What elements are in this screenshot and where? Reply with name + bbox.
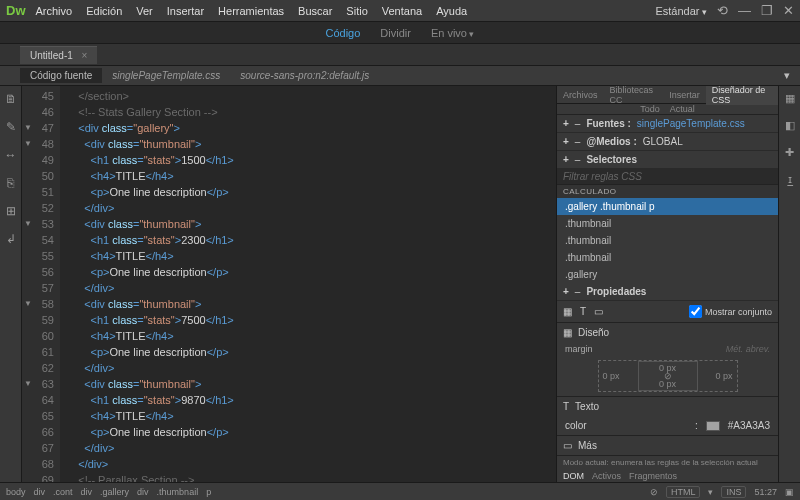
panel-icon[interactable]: ◧ [785, 119, 795, 132]
minus-icon[interactable]: – [575, 118, 581, 129]
dom-icon[interactable]: ⎘ [7, 176, 14, 190]
panel-tab[interactable]: Insertar [663, 90, 706, 100]
live-view-button[interactable]: En vivo [431, 27, 475, 39]
related-files-bar: Código fuente singlePageTemplate.css sou… [0, 66, 800, 86]
selector-item[interactable]: .gallery .thumbnail p [557, 198, 778, 215]
minus-icon[interactable]: – [575, 286, 581, 297]
breadcrumb-item[interactable]: .thumbnail [157, 487, 199, 497]
layout-icon: ▦ [563, 327, 572, 338]
margin-top-value[interactable]: 0 px [659, 363, 676, 373]
related-file-tab[interactable]: source-sans-pro:n2:default.js [230, 68, 379, 83]
file-icon[interactable]: 🗎 [5, 92, 17, 106]
breadcrumb-item[interactable]: div [81, 487, 93, 497]
margin-placeholder[interactable]: Mét. abrev. [726, 344, 770, 354]
subtab-current[interactable]: Actual [670, 104, 695, 114]
breadcrumb-item[interactable]: .gallery [100, 487, 129, 497]
filter-selectors-input[interactable]: Filtrar reglas CSS [557, 169, 778, 185]
dom-tab[interactable]: DOM [563, 471, 584, 481]
overflow-icon[interactable]: ▣ [785, 487, 794, 497]
box-model-widget[interactable]: 0 px 0 px 0 px 0 px ⊘ [598, 360, 738, 392]
menu-buscar[interactable]: Buscar [298, 5, 332, 17]
panel-tabs: ArchivosBibliotecas CCInsertarDiseñador … [557, 86, 778, 104]
source-code-tab[interactable]: Código fuente [20, 68, 102, 83]
more-icon: ▭ [563, 440, 572, 451]
margin-right-value[interactable]: 0 px [715, 371, 732, 381]
properties-header[interactable]: + – Propiedades [557, 283, 778, 301]
breadcrumb-item[interactable]: body [6, 487, 26, 497]
tab-close-icon[interactable]: × [82, 50, 88, 61]
breadcrumb-item[interactable]: div [137, 487, 149, 497]
menu-ver[interactable]: Ver [136, 5, 153, 17]
selector-item[interactable]: .thumbnail [557, 249, 778, 266]
border-category-icon[interactable]: ▭ [594, 306, 603, 317]
breadcrumb-item[interactable]: p [206, 487, 211, 497]
menu-insertar[interactable]: Insertar [167, 5, 204, 17]
margin-left-value[interactable]: 0 px [603, 371, 620, 381]
right-toolbar: ▦ ◧ ✚ ɪ̲ [778, 86, 800, 482]
split-view-button[interactable]: Dividir [380, 27, 411, 39]
assets-tab[interactable]: Activos [592, 471, 621, 481]
panel-icon[interactable]: ɪ̲ [788, 173, 792, 186]
snippets-tab[interactable]: Fragmentos [629, 471, 677, 481]
plus-icon[interactable]: + [563, 136, 569, 147]
menu-sitio[interactable]: Sitio [346, 5, 367, 17]
breadcrumb-item[interactable]: .cont [53, 487, 73, 497]
color-swatch[interactable] [706, 421, 720, 431]
insert-mode[interactable]: INS [721, 486, 746, 498]
menu-archivo[interactable]: Archivo [36, 5, 73, 17]
plus-icon[interactable]: + [563, 154, 569, 165]
plus-icon[interactable]: + [563, 118, 569, 129]
color-value[interactable]: #A3A3A3 [728, 420, 770, 431]
plus-icon[interactable]: + [563, 286, 569, 297]
panel-tab[interactable]: Diseñador de CSS [706, 85, 778, 105]
main-menu: ArchivoEdiciónVerInsertarHerramientasBus… [36, 5, 656, 17]
workspace-dropdown[interactable]: Estándar [655, 5, 707, 17]
menu-herramientas[interactable]: Herramientas [218, 5, 284, 17]
menu-ayuda[interactable]: Ayuda [436, 5, 467, 17]
margin-label: margin [565, 344, 593, 354]
show-set-checkbox[interactable]: Mostrar conjunto [689, 305, 772, 318]
minimize-icon[interactable]: — [738, 3, 751, 18]
comment-icon[interactable]: ⊞ [6, 204, 16, 218]
selectors-header[interactable]: + – Selectores [557, 151, 778, 169]
menu-edición[interactable]: Edición [86, 5, 122, 17]
css-designer-panel: ArchivosBibliotecas CCInsertarDiseñador … [556, 86, 778, 482]
selector-item[interactable]: .thumbnail [557, 232, 778, 249]
sync-icon[interactable]: ⟲ [717, 3, 728, 18]
tag-selector-breadcrumb: bodydiv.contdiv.gallerydiv.thumbnailp [6, 487, 211, 497]
code-editor[interactable]: 454647▼48▼4950515253▼5455565758▼59606162… [22, 86, 556, 482]
minus-icon[interactable]: – [575, 136, 581, 147]
chevron-down-icon[interactable]: ▾ [708, 487, 713, 497]
panel-tab[interactable]: Bibliotecas CC [604, 85, 664, 105]
layout-category-icon[interactable]: ▦ [563, 306, 572, 317]
document-tab[interactable]: Untitled-1 × [20, 46, 97, 64]
expand-icon[interactable]: ↔ [5, 148, 17, 162]
restore-icon[interactable]: ❐ [761, 3, 773, 18]
filter-icon[interactable]: ▾ [784, 69, 790, 82]
sources-row[interactable]: + – Fuentes : singlePageTemplate.css [557, 115, 778, 133]
text-heading: TTexto [557, 396, 778, 416]
text-icon: T [563, 401, 569, 412]
panel-icon[interactable]: ▦ [785, 92, 795, 105]
wrap-icon[interactable]: ↲ [6, 232, 16, 246]
breadcrumb-item[interactable]: div [34, 487, 46, 497]
related-file-tab[interactable]: singlePageTemplate.css [102, 68, 230, 83]
panel-tab[interactable]: Archivos [557, 90, 604, 100]
left-toolbar: 🗎 ✎ ↔ ⎘ ⊞ ↲ [0, 86, 22, 482]
selector-item[interactable]: .thumbnail [557, 215, 778, 232]
code-view-button[interactable]: Código [325, 27, 360, 39]
menu-ventana[interactable]: Ventana [382, 5, 422, 17]
subtab-all[interactable]: Todo [640, 104, 660, 114]
selector-item[interactable]: .gallery [557, 266, 778, 283]
media-row[interactable]: + – @Medios : GLOBAL [557, 133, 778, 151]
panel-icon[interactable]: ✚ [785, 146, 794, 159]
margin-bottom-value[interactable]: 0 px [659, 379, 676, 389]
text-category-icon[interactable]: T [580, 306, 586, 317]
layout-heading: ▦Diseño [557, 322, 778, 342]
minus-icon[interactable]: – [575, 154, 581, 165]
language-indicator[interactable]: HTML [666, 486, 701, 498]
manage-icon[interactable]: ✎ [6, 120, 16, 134]
error-icon[interactable]: ⊘ [650, 487, 658, 497]
code-content[interactable]: </section> <!-- Stats Gallery Section --… [60, 86, 556, 482]
close-icon[interactable]: ✕ [783, 3, 794, 18]
